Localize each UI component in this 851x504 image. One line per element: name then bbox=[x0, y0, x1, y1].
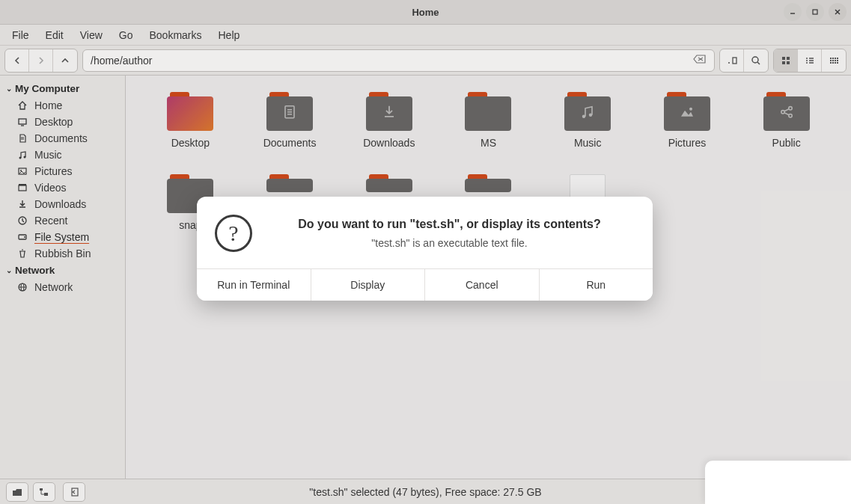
menu-bookmarks[interactable]: Bookmarks bbox=[141, 26, 209, 44]
svg-rect-27 bbox=[837, 60, 838, 61]
fs-icon bbox=[16, 232, 28, 242]
folder-icon bbox=[366, 174, 412, 192]
nav-forward-button[interactable] bbox=[29, 49, 53, 72]
svg-point-54 bbox=[689, 108, 692, 111]
close-button[interactable] bbox=[829, 3, 847, 21]
sidebar-heading[interactable]: ⌄My Computer bbox=[0, 80, 125, 97]
sidebar-item-network[interactable]: Network bbox=[0, 279, 125, 295]
file-item-ms[interactable]: MS bbox=[446, 92, 531, 149]
show-treeview-button[interactable] bbox=[33, 482, 55, 502]
dialog-subtitle: "test.sh" is an executable text file. bbox=[267, 237, 632, 249]
run-button[interactable]: Run bbox=[540, 269, 653, 301]
sidebar-item-home[interactable]: Home bbox=[0, 97, 125, 114]
svg-point-18 bbox=[806, 62, 808, 64]
menu-help[interactable]: Help bbox=[211, 26, 248, 44]
cancel-button[interactable]: Cancel bbox=[425, 269, 540, 301]
svg-rect-60 bbox=[40, 488, 43, 491]
sidebar-item-music[interactable]: Music bbox=[0, 147, 125, 163]
svg-rect-6 bbox=[733, 58, 736, 64]
path-clear-icon[interactable] bbox=[693, 54, 707, 67]
svg-point-37 bbox=[24, 156, 26, 159]
minimize-button[interactable] bbox=[784, 3, 802, 21]
svg-point-14 bbox=[806, 58, 808, 59]
toolbar: /home/author bbox=[0, 46, 851, 76]
svg-rect-22 bbox=[835, 58, 836, 59]
path-text: /home/author bbox=[91, 55, 153, 67]
folder-icon bbox=[266, 92, 313, 131]
file-item-desktop[interactable]: Desktop bbox=[148, 92, 233, 149]
sidebar-item-file-system[interactable]: File System bbox=[0, 229, 125, 245]
sidebar-item-videos[interactable]: Videos bbox=[0, 179, 125, 196]
search-button[interactable] bbox=[744, 49, 768, 72]
menu-go[interactable]: Go bbox=[112, 26, 141, 44]
menu-file[interactable]: File bbox=[4, 26, 37, 44]
svg-point-53 bbox=[589, 114, 592, 117]
path-input[interactable]: /home/author bbox=[82, 49, 715, 72]
sidebar-item-downloads[interactable]: Downloads bbox=[0, 196, 125, 212]
folder-icon bbox=[763, 92, 810, 131]
svg-rect-23 bbox=[837, 58, 838, 59]
desktop-icon bbox=[16, 117, 28, 127]
file-item-music[interactable]: Music bbox=[546, 92, 630, 149]
window-title: Home bbox=[412, 7, 439, 18]
menu-view[interactable]: View bbox=[73, 26, 110, 44]
folder-icon bbox=[564, 92, 611, 131]
file-item-downloads[interactable]: Downloads bbox=[347, 92, 431, 149]
home-icon bbox=[16, 100, 28, 111]
file-label: Public bbox=[772, 137, 801, 149]
folder-icon bbox=[366, 92, 412, 131]
list-view-button[interactable] bbox=[798, 49, 822, 72]
svg-point-57 bbox=[788, 114, 791, 117]
svg-rect-11 bbox=[787, 57, 790, 60]
svg-line-9 bbox=[757, 62, 760, 64]
executable-dialog: ? Do you want to run "test.sh", or displ… bbox=[197, 197, 653, 301]
sidebar: ⌄My ComputerHomeDesktopDocumentsMusicPic… bbox=[0, 76, 126, 479]
icon-view-button[interactable] bbox=[774, 49, 798, 72]
sidebar-heading[interactable]: ⌄Network bbox=[0, 262, 125, 279]
svg-rect-40 bbox=[19, 185, 26, 191]
file-item-public[interactable]: Public bbox=[744, 92, 829, 149]
svg-rect-29 bbox=[832, 62, 834, 64]
svg-rect-31 bbox=[837, 62, 838, 64]
file-item-documents[interactable]: Documents bbox=[248, 92, 332, 149]
svg-rect-1 bbox=[813, 10, 817, 14]
sidebar-item-recent[interactable]: Recent bbox=[0, 212, 125, 229]
down-icon bbox=[16, 199, 28, 209]
close-sidebar-button[interactable] bbox=[63, 482, 85, 502]
sidebar-item-rubbish-bin[interactable]: Rubbish Bin bbox=[0, 245, 125, 262]
sidebar-item-desktop[interactable]: Desktop bbox=[0, 114, 125, 130]
file-label: MS bbox=[481, 137, 496, 149]
svg-line-59 bbox=[784, 113, 789, 115]
music-icon bbox=[16, 150, 28, 160]
run-in-terminal-button[interactable]: Run in Terminal bbox=[197, 269, 311, 301]
svg-point-8 bbox=[752, 57, 758, 63]
file-item-pictures[interactable]: Pictures bbox=[645, 92, 730, 149]
file-label: Music bbox=[574, 137, 602, 149]
toggle-location-button[interactable] bbox=[720, 49, 744, 72]
svg-point-44 bbox=[24, 236, 25, 238]
svg-point-16 bbox=[806, 60, 808, 61]
svg-point-36 bbox=[19, 157, 22, 159]
display-button[interactable]: Display bbox=[311, 269, 426, 301]
vid-icon bbox=[16, 182, 28, 193]
file-label: Downloads bbox=[363, 137, 415, 149]
question-icon: ? bbox=[215, 215, 252, 252]
svg-rect-26 bbox=[835, 60, 836, 61]
status-text: "test.sh" selected (47 bytes), Free spac… bbox=[309, 486, 541, 498]
doc-icon bbox=[16, 133, 28, 144]
file-label: Desktop bbox=[171, 137, 210, 149]
pic-icon bbox=[16, 166, 28, 176]
svg-rect-25 bbox=[832, 60, 834, 61]
menubar: File Edit View Go Bookmarks Help bbox=[0, 25, 851, 46]
show-places-button[interactable] bbox=[6, 482, 28, 502]
nav-up-button[interactable] bbox=[53, 49, 77, 72]
compact-view-button[interactable] bbox=[822, 49, 846, 72]
maximize-button[interactable] bbox=[806, 3, 824, 21]
net-icon bbox=[16, 282, 28, 292]
folder-icon bbox=[167, 92, 213, 131]
sidebar-item-documents[interactable]: Documents bbox=[0, 130, 125, 147]
menu-edit[interactable]: Edit bbox=[38, 26, 71, 44]
svg-rect-63 bbox=[44, 493, 48, 496]
sidebar-item-pictures[interactable]: Pictures bbox=[0, 163, 125, 179]
nav-back-button[interactable] bbox=[5, 49, 29, 72]
